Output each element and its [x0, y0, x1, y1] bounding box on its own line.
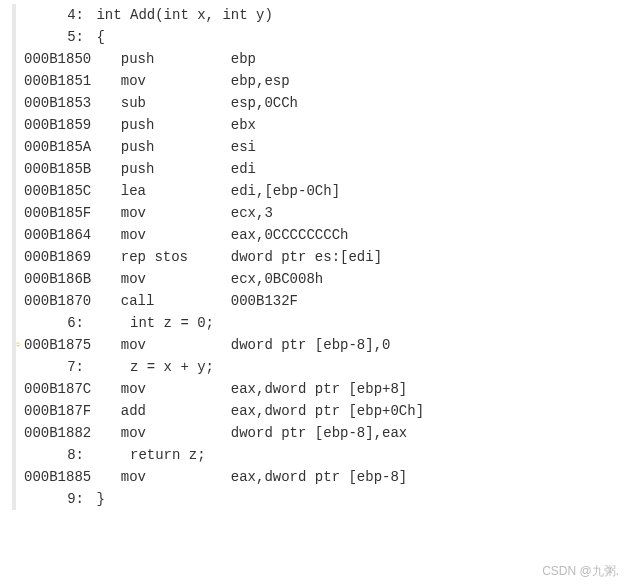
address: 000B186B [24, 268, 104, 290]
line-content: 000B1864 moveax,0CCCCCCCCh [24, 224, 629, 246]
mnemonic: add [121, 400, 231, 422]
line-content: 9: } [24, 488, 629, 510]
line-content: 000B1851 movebp,esp [24, 70, 629, 92]
asm-line[interactable]: 000B1853 subesp,0CCh [10, 92, 629, 114]
source-code: int Add(int x, int y) [96, 7, 272, 23]
line-content: 5: { [24, 26, 629, 48]
operands: ecx,3 [231, 205, 273, 221]
address: 000B1859 [24, 114, 104, 136]
address: 000B1885 [24, 466, 104, 488]
line-content: 000B185B pushedi [24, 158, 629, 180]
asm-line[interactable]: ➪000B1875 movdword ptr [ebp-8],0 [10, 334, 629, 356]
operands: edi [231, 161, 256, 177]
source-line-number: 9: [24, 488, 88, 510]
address: 000B1870 [24, 290, 104, 312]
source-code: } [96, 491, 104, 507]
source-code: return z; [96, 447, 205, 463]
mnemonic: mov [121, 70, 231, 92]
source-line-number: 4: [24, 4, 88, 26]
asm-line[interactable]: 000B1885 moveax,dword ptr [ebp-8] [10, 466, 629, 488]
operands: dword ptr [ebp-8],0 [231, 337, 391, 353]
disassembly-view[interactable]: 4: int Add(int x, int y)5: {000B1850 pus… [0, 0, 629, 514]
source-line-number: 5: [24, 26, 88, 48]
address: 000B1851 [24, 70, 104, 92]
address: 000B1850 [24, 48, 104, 70]
asm-line[interactable]: 000B1870 call000B132F [10, 290, 629, 312]
line-content: 000B1885 moveax,dword ptr [ebp-8] [24, 466, 629, 488]
line-content: 000B185F movecx,3 [24, 202, 629, 224]
line-content: 000B1853 subesp,0CCh [24, 92, 629, 114]
operands: ecx,0BC008h [231, 271, 323, 287]
line-content: 000B187F addeax,dword ptr [ebp+0Ch] [24, 400, 629, 422]
line-content: 000B1869 rep stosdword ptr es:[edi] [24, 246, 629, 268]
mnemonic: mov [121, 378, 231, 400]
source-code: int z = 0; [96, 315, 214, 331]
mnemonic: mov [121, 224, 231, 246]
asm-line[interactable]: 000B1869 rep stosdword ptr es:[edi] [10, 246, 629, 268]
asm-line[interactable]: 000B1859 pushebx [10, 114, 629, 136]
mnemonic: push [121, 158, 231, 180]
address: 000B1853 [24, 92, 104, 114]
asm-line[interactable]: 000B1851 movebp,esp [10, 70, 629, 92]
asm-line[interactable]: 000B1850 pushebp [10, 48, 629, 70]
asm-line[interactable]: 000B185F movecx,3 [10, 202, 629, 224]
line-content: 000B187C moveax,dword ptr [ebp+8] [24, 378, 629, 400]
address: 000B185A [24, 136, 104, 158]
asm-line[interactable]: 000B185B pushedi [10, 158, 629, 180]
mnemonic: mov [121, 268, 231, 290]
asm-line[interactable]: 000B187C moveax,dword ptr [ebp+8] [10, 378, 629, 400]
line-content: 8: return z; [24, 444, 629, 466]
operands: eax,0CCCCCCCCh [231, 227, 349, 243]
line-content: 000B185A pushesi [24, 136, 629, 158]
line-content: 4: int Add(int x, int y) [24, 4, 629, 26]
operands: esi [231, 139, 256, 155]
mnemonic: push [121, 48, 231, 70]
mnemonic: push [121, 136, 231, 158]
operands: ebp,esp [231, 73, 290, 89]
operands: eax,dword ptr [ebp+0Ch] [231, 403, 424, 419]
line-content: 000B185C leaedi,[ebp-0Ch] [24, 180, 629, 202]
operands: eax,dword ptr [ebp-8] [231, 469, 407, 485]
source-line[interactable]: 5: { [10, 26, 629, 48]
operands: ebp [231, 51, 256, 67]
asm-line[interactable]: 000B1864 moveax,0CCCCCCCCh [10, 224, 629, 246]
address: 000B1869 [24, 246, 104, 268]
mnemonic: mov [121, 334, 231, 356]
operands: eax,dword ptr [ebp+8] [231, 381, 407, 397]
address: 000B187F [24, 400, 104, 422]
asm-line[interactable]: 000B1882 movdword ptr [ebp-8],eax [10, 422, 629, 444]
source-line[interactable]: 9: } [10, 488, 629, 510]
address: 000B1875 [24, 334, 104, 356]
asm-line[interactable]: 000B187F addeax,dword ptr [ebp+0Ch] [10, 400, 629, 422]
asm-line[interactable]: 000B185C leaedi,[ebp-0Ch] [10, 180, 629, 202]
source-line-number: 8: [24, 444, 88, 466]
address: 000B185B [24, 158, 104, 180]
mnemonic: sub [121, 92, 231, 114]
address: 000B187C [24, 378, 104, 400]
mnemonic: mov [121, 422, 231, 444]
source-code: z = x + y; [96, 359, 214, 375]
operands: 000B132F [231, 293, 298, 309]
source-line[interactable]: 8: return z; [10, 444, 629, 466]
address: 000B185F [24, 202, 104, 224]
source-line[interactable]: 7: z = x + y; [10, 356, 629, 378]
operands: ebx [231, 117, 256, 133]
operands: dword ptr es:[edi] [231, 249, 382, 265]
watermark: CSDN @九粥. [542, 563, 619, 580]
line-content: 000B1850 pushebp [24, 48, 629, 70]
line-content: 000B186B movecx,0BC008h [24, 268, 629, 290]
asm-line[interactable]: 000B185A pushesi [10, 136, 629, 158]
mnemonic: mov [121, 202, 231, 224]
line-content: 000B1882 movdword ptr [ebp-8],eax [24, 422, 629, 444]
mnemonic: call [121, 290, 231, 312]
operands: dword ptr [ebp-8],eax [231, 425, 407, 441]
source-line-number: 7: [24, 356, 88, 378]
line-content: 000B1870 call000B132F [24, 290, 629, 312]
asm-line[interactable]: 000B186B movecx,0BC008h [10, 268, 629, 290]
operands: edi,[ebp-0Ch] [231, 183, 340, 199]
source-line[interactable]: 4: int Add(int x, int y) [10, 4, 629, 26]
mnemonic: push [121, 114, 231, 136]
source-line[interactable]: 6: int z = 0; [10, 312, 629, 334]
line-content: 6: int z = 0; [24, 312, 629, 334]
address: 000B185C [24, 180, 104, 202]
